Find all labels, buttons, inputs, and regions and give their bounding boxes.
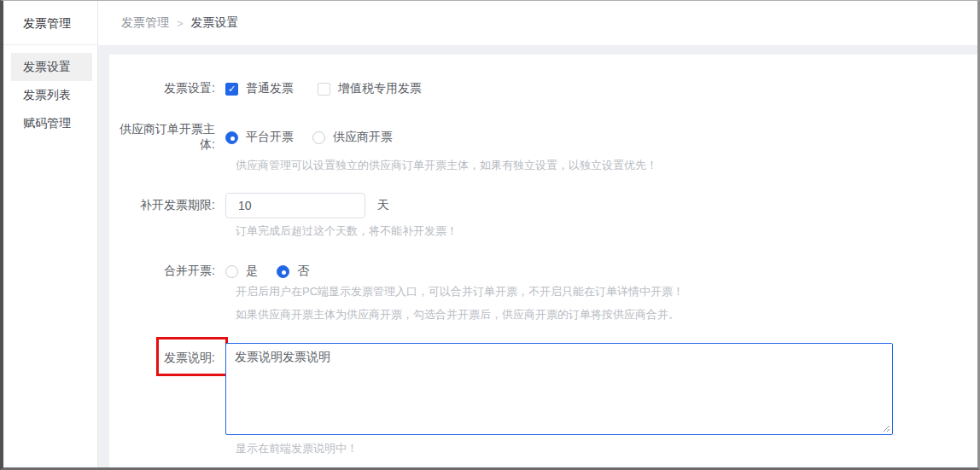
radio-label: 平台开票: [246, 130, 294, 145]
radio-label: 是: [246, 264, 258, 279]
sidebar-title: 发票管理: [3, 1, 97, 45]
reissue-period-row: 补开发票期限: 天: [109, 193, 977, 218]
breadcrumb-item-invoice-management[interactable]: 发票管理: [121, 15, 169, 31]
radio-unselected-icon[interactable]: [225, 265, 238, 278]
sidebar: 发票管理 发票设置 发票列表 赋码管理: [3, 1, 98, 467]
sidebar-menu: 发票设置 发票列表 赋码管理: [3, 45, 97, 137]
sidebar-item-label: 发票列表: [23, 88, 71, 103]
merge-invoice-row: 合并开票: 是 否: [109, 264, 977, 279]
radio-label: 供应商开票: [333, 130, 393, 145]
checkbox-checked-icon[interactable]: ✓: [225, 83, 238, 96]
reissue-period-input[interactable]: [225, 193, 365, 218]
chevron-right-icon: >: [177, 17, 184, 30]
checkbox-option-normal-invoice[interactable]: ✓ 普通发票: [225, 81, 294, 96]
reissue-period-unit: 天: [377, 198, 389, 213]
radio-selected-icon[interactable]: [225, 131, 238, 144]
supplier-subject-label: 供应商订单开票主体:: [109, 122, 225, 153]
merge-invoice-label: 合并开票:: [109, 264, 225, 279]
reissue-period-help: 订单完成后超过这个天数，将不能补开发票！: [225, 223, 977, 239]
invoice-type-label: 发票设置:: [109, 81, 225, 96]
radio-label: 否: [297, 264, 309, 279]
checkbox-option-vat-invoice[interactable]: 增值税专用发票: [318, 81, 422, 96]
invoice-note-label: 发票说明:: [164, 351, 215, 364]
invoice-type-row: 发票设置: ✓ 普通发票 增值税专用发票: [109, 81, 977, 96]
radio-option-no[interactable]: 否: [277, 264, 309, 279]
checkbox-label: 增值税专用发票: [338, 81, 422, 96]
reissue-period-label: 补开发票期限:: [109, 198, 225, 213]
sidebar-item-code-management[interactable]: 赋码管理: [11, 109, 92, 137]
sidebar-item-invoice-list[interactable]: 发票列表: [11, 81, 92, 109]
breadcrumb-item-invoice-settings: 发票设置: [191, 15, 239, 31]
sidebar-item-label: 赋码管理: [23, 116, 71, 131]
breadcrumb: 发票管理 > 发票设置: [98, 1, 977, 45]
radio-option-platform-invoicing[interactable]: 平台开票: [225, 130, 294, 145]
radio-option-yes[interactable]: 是: [225, 264, 258, 279]
invoice-note-textarea[interactable]: 发票说明发票说明: [225, 343, 893, 435]
supplier-subject-row: 供应商订单开票主体: 平台开票 供应商开票: [109, 122, 977, 153]
merge-invoice-help-1: 开启后用户在PC端显示发票管理入口，可以合并订单开票，不开启只能在订单详情中开票…: [225, 284, 977, 299]
settings-card: 发票设置: ✓ 普通发票 增值税专用发票 供应商订单开票主体: 平: [109, 55, 977, 467]
main-area: 发票管理 > 发票设置 发票设置: ✓ 普通发票 增值税专用发票: [98, 1, 977, 467]
invoice-note-field-wrap: 发票说明发票说明: [225, 343, 893, 435]
page-background: 发票设置: ✓ 普通发票 增值税专用发票 供应商订单开票主体: 平: [98, 45, 977, 467]
supplier-subject-help: 供应商管理可以设置独立的供应商订单开票主体，如果有独立设置，以独立设置优先！: [225, 158, 977, 173]
invoice-note-row: 发票说明: 发票说明发票说明: [109, 343, 977, 435]
merge-invoice-help-2: 如果供应商开票主体为供应商开票，勾选合并开票后，供应商开票的订单将按供应商合并。: [225, 307, 977, 322]
checkbox-label: 普通发票: [246, 81, 294, 96]
radio-selected-icon[interactable]: [277, 265, 289, 278]
sidebar-item-label: 发票设置: [23, 60, 71, 75]
invoice-note-label-cell: 发票说明:: [109, 343, 225, 366]
invoice-note-help: 显示在前端发票说明中！: [225, 441, 977, 456]
app-window: 发票管理 发票设置 发票列表 赋码管理 发票管理 > 发票设置 发票设置:: [0, 0, 980, 470]
checkbox-unchecked-icon[interactable]: [318, 83, 330, 96]
radio-unselected-icon[interactable]: [312, 131, 325, 144]
radio-option-supplier-invoicing[interactable]: 供应商开票: [312, 130, 393, 145]
sidebar-item-invoice-settings[interactable]: 发票设置: [11, 53, 92, 81]
